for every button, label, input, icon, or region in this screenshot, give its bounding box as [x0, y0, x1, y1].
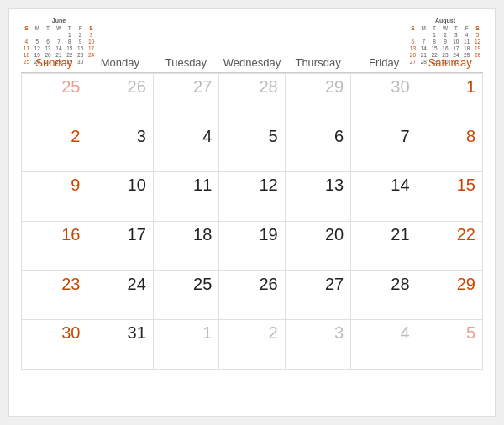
calendar-cell[interactable]: 31 — [87, 320, 153, 370]
day-header-tuesday: Tuesday — [153, 55, 219, 71]
calendar-cell[interactable]: 27 — [286, 271, 351, 321]
calendar-cell[interactable]: 25 — [22, 74, 87, 123]
calendar-cell[interactable]: 30 — [351, 74, 417, 123]
day-header-sunday: Sunday — [21, 55, 87, 71]
calendar-cell[interactable]: 19 — [219, 222, 285, 271]
calendar-cell[interactable]: 8 — [417, 123, 483, 173]
calendar-cell[interactable]: 21 — [351, 222, 417, 271]
calendar-cell[interactable]: 12 — [219, 172, 285, 222]
calendar-cell[interactable]: 3 — [87, 123, 153, 173]
mini-august-title: August — [407, 18, 483, 24]
calendar-cell[interactable]: 27 — [154, 74, 219, 123]
calendar-cell[interactable]: 16 — [22, 222, 87, 271]
calendar-cell[interactable]: 29 — [417, 271, 483, 321]
calendar-cell[interactable]: 25 — [154, 271, 219, 321]
day-header-monday: Monday — [87, 55, 154, 71]
calendar-cell[interactable]: 13 — [286, 172, 351, 222]
calendar-cell[interactable]: 2 — [219, 320, 285, 370]
day-header-wednesday: Wednesday — [219, 55, 286, 71]
calendar-cell[interactable]: 9 — [22, 172, 87, 222]
calendar-cell[interactable]: 17 — [87, 222, 153, 271]
calendar-cell[interactable]: 29 — [286, 74, 351, 123]
day-header-saturday: Saturday — [417, 55, 483, 71]
calendar-cell[interactable]: 7 — [351, 123, 417, 173]
calendar-cell[interactable]: 24 — [87, 271, 153, 321]
calendar-cell[interactable]: 28 — [351, 271, 417, 321]
calendar-cell[interactable]: 28 — [219, 74, 285, 123]
calendar-cell[interactable]: 22 — [417, 222, 483, 271]
calendar-cell[interactable]: 10 — [87, 172, 153, 222]
calendar-cell[interactable]: 26 — [219, 271, 285, 321]
calendar-cell[interactable]: 3 — [286, 320, 351, 370]
calendar-cell[interactable]: 5 — [219, 123, 285, 173]
day-header-friday: Friday — [351, 55, 417, 71]
calendar-cell[interactable]: 4 — [351, 320, 417, 370]
calendar-cell[interactable]: 26 — [87, 74, 153, 123]
day-headers: SundayMondayTuesdayWednesdayThursdayFrid… — [21, 55, 483, 73]
calendar-cell[interactable]: 4 — [154, 123, 219, 173]
calendar-cell[interactable]: 1 — [417, 74, 483, 123]
calendar: June SMTWTFS 123456789101112131415161718… — [8, 8, 496, 417]
calendar-cell[interactable]: 6 — [286, 123, 351, 173]
mini-june-title: June — [21, 18, 97, 24]
calendar-cell[interactable]: 5 — [417, 320, 483, 370]
calendar-cell[interactable]: 30 — [22, 320, 87, 370]
day-header-thursday: Thursday — [285, 55, 351, 71]
calendar-grid: 2526272829301234567891011121314151617181… — [21, 73, 483, 370]
calendar-cell[interactable]: 15 — [417, 172, 483, 222]
calendar-cell[interactable]: 14 — [351, 172, 417, 222]
calendar-cell[interactable]: 11 — [154, 172, 219, 222]
calendar-cell[interactable]: 18 — [154, 222, 219, 271]
calendar-cell[interactable]: 20 — [286, 222, 351, 271]
calendar-cell[interactable]: 23 — [22, 271, 87, 321]
calendar-cell[interactable]: 2 — [22, 123, 87, 173]
calendar-cell[interactable]: 1 — [154, 320, 219, 370]
